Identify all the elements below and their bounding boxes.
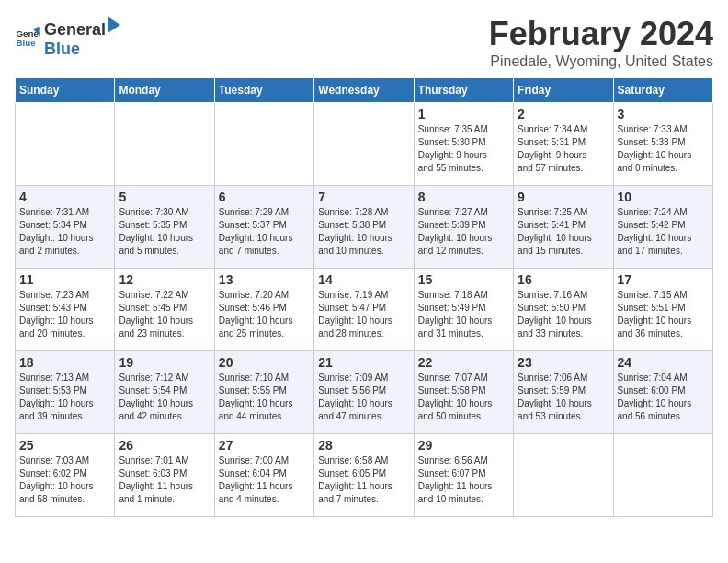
calendar-cell: 25Sunrise: 7:03 AM Sunset: 6:02 PM Dayli… xyxy=(16,434,115,517)
calendar-cell: 22Sunrise: 7:07 AM Sunset: 5:58 PM Dayli… xyxy=(414,351,513,434)
day-info: Sunrise: 7:10 AM Sunset: 5:55 PM Dayligh… xyxy=(219,372,310,423)
location-title: Pinedale, Wyoming, United States xyxy=(489,53,713,70)
calendar-cell: 28Sunrise: 6:58 AM Sunset: 6:05 PM Dayli… xyxy=(314,434,414,517)
day-header-saturday: Saturday xyxy=(613,78,712,103)
day-number: 21 xyxy=(318,355,409,370)
calendar-cell xyxy=(115,103,214,186)
day-info: Sunrise: 7:28 AM Sunset: 5:38 PM Dayligh… xyxy=(318,206,409,258)
day-info: Sunrise: 7:03 AM Sunset: 6:02 PM Dayligh… xyxy=(19,454,110,506)
day-number: 12 xyxy=(119,272,210,287)
day-number: 3 xyxy=(618,107,709,121)
day-info: Sunrise: 7:09 AM Sunset: 5:56 PM Dayligh… xyxy=(318,372,409,423)
day-number: 29 xyxy=(418,438,509,453)
logo-blue-text: Blue xyxy=(44,40,80,58)
calendar-cell: 1Sunrise: 7:35 AM Sunset: 5:30 PM Daylig… xyxy=(414,103,513,186)
day-info: Sunrise: 7:27 AM Sunset: 5:39 PM Dayligh… xyxy=(418,206,509,258)
calendar-cell: 29Sunrise: 6:56 AM Sunset: 6:07 PM Dayli… xyxy=(414,434,513,517)
calendar-cell: 4Sunrise: 7:31 AM Sunset: 5:34 PM Daylig… xyxy=(16,186,115,269)
day-info: Sunrise: 7:13 AM Sunset: 5:53 PM Dayligh… xyxy=(19,372,110,423)
calendar-cell: 5Sunrise: 7:30 AM Sunset: 5:35 PM Daylig… xyxy=(115,186,214,269)
day-info: Sunrise: 7:12 AM Sunset: 5:54 PM Dayligh… xyxy=(119,372,210,423)
day-number: 16 xyxy=(518,272,609,287)
day-number: 7 xyxy=(318,190,409,204)
calendar-cell xyxy=(514,434,613,517)
logo-general-text: General xyxy=(44,20,106,40)
calendar-week-row: 11Sunrise: 7:23 AM Sunset: 5:43 PM Dayli… xyxy=(16,269,713,351)
day-header-wednesday: Wednesday xyxy=(314,78,414,103)
day-number: 9 xyxy=(518,190,609,204)
calendar-cell: 2Sunrise: 7:34 AM Sunset: 5:31 PM Daylig… xyxy=(514,103,613,186)
day-number: 15 xyxy=(418,272,509,287)
calendar-cell: 19Sunrise: 7:12 AM Sunset: 5:54 PM Dayli… xyxy=(115,351,214,434)
calendar-cell: 24Sunrise: 7:04 AM Sunset: 6:00 PM Dayli… xyxy=(613,351,712,434)
day-number: 19 xyxy=(119,355,210,370)
day-info: Sunrise: 7:31 AM Sunset: 5:34 PM Dayligh… xyxy=(19,206,110,258)
calendar-cell: 7Sunrise: 7:28 AM Sunset: 5:38 PM Daylig… xyxy=(314,186,414,269)
day-info: Sunrise: 7:33 AM Sunset: 5:33 PM Dayligh… xyxy=(618,123,709,175)
calendar-cell: 3Sunrise: 7:33 AM Sunset: 5:33 PM Daylig… xyxy=(613,103,712,186)
calendar-cell: 14Sunrise: 7:19 AM Sunset: 5:47 PM Dayli… xyxy=(314,269,414,351)
day-number: 26 xyxy=(119,438,210,453)
day-number: 2 xyxy=(518,107,609,121)
day-number: 13 xyxy=(219,272,310,287)
day-number: 24 xyxy=(618,355,709,370)
calendar-cell xyxy=(16,103,115,186)
calendar-cell: 21Sunrise: 7:09 AM Sunset: 5:56 PM Dayli… xyxy=(314,351,414,434)
day-header-tuesday: Tuesday xyxy=(214,78,313,103)
calendar-header-row: SundayMondayTuesdayWednesdayThursdayFrid… xyxy=(16,78,713,103)
svg-marker-2 xyxy=(108,17,120,33)
calendar-cell: 23Sunrise: 7:06 AM Sunset: 5:59 PM Dayli… xyxy=(514,351,613,434)
day-info: Sunrise: 7:07 AM Sunset: 5:58 PM Dayligh… xyxy=(418,372,509,423)
calendar-week-row: 18Sunrise: 7:13 AM Sunset: 5:53 PM Dayli… xyxy=(16,351,713,434)
calendar-week-row: 25Sunrise: 7:03 AM Sunset: 6:02 PM Dayli… xyxy=(16,434,713,517)
day-info: Sunrise: 7:35 AM Sunset: 5:30 PM Dayligh… xyxy=(418,123,509,175)
calendar-cell: 13Sunrise: 7:20 AM Sunset: 5:46 PM Dayli… xyxy=(214,269,313,351)
day-number: 28 xyxy=(318,438,409,453)
day-info: Sunrise: 7:00 AM Sunset: 6:04 PM Dayligh… xyxy=(219,454,310,506)
day-number: 14 xyxy=(318,272,409,287)
calendar-cell: 18Sunrise: 7:13 AM Sunset: 5:53 PM Dayli… xyxy=(16,351,115,434)
day-info: Sunrise: 7:15 AM Sunset: 5:51 PM Dayligh… xyxy=(618,289,709,340)
calendar-cell: 15Sunrise: 7:18 AM Sunset: 5:49 PM Dayli… xyxy=(414,269,513,351)
calendar-cell: 17Sunrise: 7:15 AM Sunset: 5:51 PM Dayli… xyxy=(613,269,712,351)
calendar-cell xyxy=(214,103,313,186)
day-info: Sunrise: 7:29 AM Sunset: 5:37 PM Dayligh… xyxy=(219,206,310,258)
calendar-cell: 26Sunrise: 7:01 AM Sunset: 6:03 PM Dayli… xyxy=(115,434,214,517)
calendar-table: SundayMondayTuesdayWednesdayThursdayFrid… xyxy=(15,77,713,517)
day-number: 4 xyxy=(19,190,110,204)
day-info: Sunrise: 6:56 AM Sunset: 6:07 PM Dayligh… xyxy=(418,454,509,506)
calendar-week-row: 4Sunrise: 7:31 AM Sunset: 5:34 PM Daylig… xyxy=(16,186,713,269)
day-number: 8 xyxy=(418,190,509,204)
day-info: Sunrise: 7:16 AM Sunset: 5:50 PM Dayligh… xyxy=(518,289,609,340)
day-header-friday: Friday xyxy=(514,78,613,103)
day-info: Sunrise: 7:30 AM Sunset: 5:35 PM Dayligh… xyxy=(119,206,210,258)
day-number: 10 xyxy=(618,190,709,204)
header: General Blue General Blue February 2024 … xyxy=(15,15,713,70)
day-info: Sunrise: 7:23 AM Sunset: 5:43 PM Dayligh… xyxy=(19,289,110,340)
calendar-cell: 10Sunrise: 7:24 AM Sunset: 5:42 PM Dayli… xyxy=(613,186,712,269)
day-info: Sunrise: 7:25 AM Sunset: 5:41 PM Dayligh… xyxy=(518,206,609,258)
day-number: 1 xyxy=(418,107,509,121)
day-header-thursday: Thursday xyxy=(414,78,513,103)
day-number: 18 xyxy=(19,355,110,370)
calendar-cell xyxy=(314,103,414,186)
day-number: 17 xyxy=(618,272,709,287)
day-header-monday: Monday xyxy=(115,78,214,103)
day-number: 5 xyxy=(119,190,210,204)
calendar-cell: 20Sunrise: 7:10 AM Sunset: 5:55 PM Dayli… xyxy=(214,351,313,434)
day-number: 20 xyxy=(219,355,310,370)
calendar-cell: 6Sunrise: 7:29 AM Sunset: 5:37 PM Daylig… xyxy=(214,186,313,269)
calendar-cell: 27Sunrise: 7:00 AM Sunset: 6:04 PM Dayli… xyxy=(214,434,313,517)
month-title: February 2024 xyxy=(489,15,713,53)
day-info: Sunrise: 7:24 AM Sunset: 5:42 PM Dayligh… xyxy=(618,206,709,258)
day-info: Sunrise: 6:58 AM Sunset: 6:05 PM Dayligh… xyxy=(318,454,409,506)
day-number: 23 xyxy=(518,355,609,370)
day-info: Sunrise: 7:06 AM Sunset: 5:59 PM Dayligh… xyxy=(518,372,609,423)
calendar-cell xyxy=(613,434,712,517)
day-info: Sunrise: 7:34 AM Sunset: 5:31 PM Dayligh… xyxy=(518,123,609,175)
day-number: 25 xyxy=(19,438,110,453)
calendar-cell: 16Sunrise: 7:16 AM Sunset: 5:50 PM Dayli… xyxy=(514,269,613,351)
calendar-cell: 8Sunrise: 7:27 AM Sunset: 5:39 PM Daylig… xyxy=(414,186,513,269)
logo-icon: General Blue xyxy=(15,24,40,50)
day-info: Sunrise: 7:19 AM Sunset: 5:47 PM Dayligh… xyxy=(318,289,409,340)
